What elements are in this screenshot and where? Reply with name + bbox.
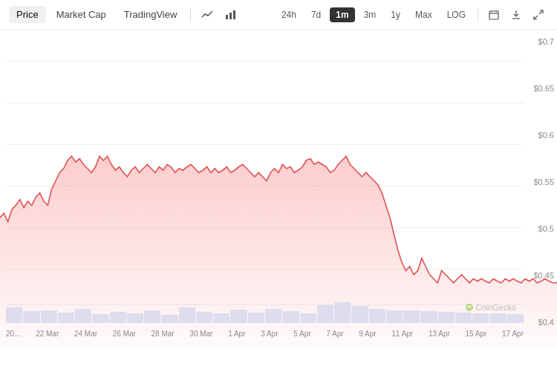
timeframe-1y[interactable]: 1y — [385, 7, 406, 22]
x-label-0: 20... — [6, 330, 20, 338]
x-axis: 20... 22 Mar 24 Mar 26 Mar 28 Mar 30 Mar… — [6, 330, 524, 338]
price-chart: $0.7 $0.65 $0.6 $0.55 $0.5 $0.45 $0.4 Co… — [0, 30, 557, 356]
calendar-icon[interactable] — [484, 7, 504, 23]
vol-bar — [213, 313, 229, 323]
vol-bar — [110, 312, 126, 323]
svg-line-9 — [539, 10, 543, 14]
vol-bar — [196, 312, 212, 323]
vol-bar — [386, 310, 403, 324]
vol-bar — [127, 313, 143, 323]
vol-bar — [438, 312, 455, 323]
vol-bar — [161, 315, 177, 323]
vol-bar — [317, 305, 333, 324]
x-label-1: 22 Mar — [36, 330, 59, 338]
x-label-7: 3 Apr — [261, 330, 278, 338]
vol-bar — [489, 313, 506, 323]
vol-bar — [265, 309, 281, 323]
chart-toolbar: Price Market Cap TradingView 24h 7d 1m 3… — [0, 0, 557, 30]
vol-bar — [403, 310, 420, 323]
x-label-10: 9 Apr — [359, 330, 376, 338]
timeframe-log[interactable]: LOG — [441, 7, 472, 22]
tab-tradingview[interactable]: TradingView — [117, 6, 185, 23]
vol-bar — [144, 310, 160, 323]
line-chart-icon[interactable] — [197, 7, 218, 23]
vol-bar — [23, 311, 39, 323]
svg-rect-3 — [489, 11, 498, 19]
vol-bar — [282, 311, 299, 323]
timeframe-1m[interactable]: 1m — [330, 7, 354, 22]
svg-line-10 — [534, 16, 538, 19]
vol-bar — [300, 313, 316, 323]
vol-bar — [472, 313, 489, 323]
vol-bar — [6, 307, 22, 323]
x-label-6: 1 Apr — [228, 330, 245, 338]
timeframe-max[interactable]: Max — [409, 7, 438, 22]
timeframe-7d[interactable]: 7d — [305, 7, 327, 22]
svg-rect-1 — [229, 13, 232, 19]
vol-bar — [179, 307, 195, 323]
timeframe-24h[interactable]: 24h — [276, 7, 302, 22]
timeframe-3m[interactable]: 3m — [358, 7, 382, 22]
divider-2 — [478, 8, 478, 22]
bar-chart-icon[interactable] — [221, 7, 241, 23]
x-label-8: 5 Apr — [293, 330, 310, 338]
x-label-4: 28 Mar — [152, 330, 175, 338]
vol-bar — [92, 314, 108, 323]
x-label-13: 15 Apr — [465, 330, 486, 338]
vol-bar — [75, 309, 91, 323]
expand-icon[interactable] — [529, 7, 548, 23]
tab-marketcap[interactable]: Market Cap — [49, 6, 114, 23]
x-label-2: 24 Mar — [74, 330, 97, 338]
vol-bar — [248, 313, 264, 323]
vol-bar — [507, 314, 524, 323]
vol-bar — [334, 302, 351, 323]
svg-rect-2 — [233, 10, 235, 19]
x-label-5: 30 Mar — [189, 330, 212, 338]
vol-bar — [369, 309, 385, 323]
svg-rect-0 — [226, 15, 228, 19]
tab-price[interactable]: Price — [9, 6, 46, 23]
x-label-11: 11 Apr — [391, 330, 413, 338]
x-label-14: 17 Apr — [502, 330, 524, 338]
x-label-12: 13 Apr — [429, 330, 450, 338]
download-icon[interactable] — [506, 7, 526, 23]
vol-bar — [455, 313, 472, 323]
volume-bars — [6, 297, 524, 323]
vol-bar — [420, 311, 437, 323]
divider-1 — [190, 8, 191, 22]
vol-bar — [230, 310, 247, 323]
vol-bar — [58, 313, 74, 323]
vol-bar — [351, 306, 368, 323]
x-label-3: 26 Mar — [113, 330, 136, 338]
x-label-9: 7 Apr — [326, 330, 343, 338]
vol-bar — [41, 310, 57, 324]
